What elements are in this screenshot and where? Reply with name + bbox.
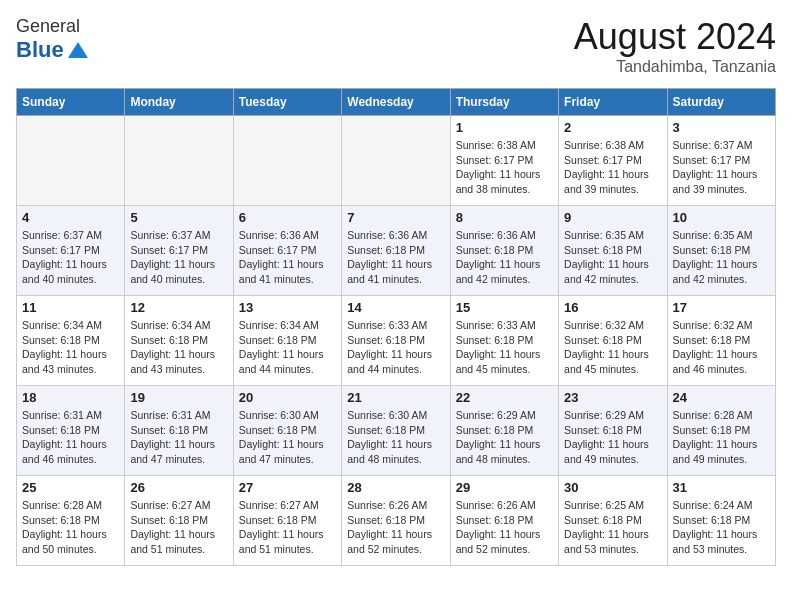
day-info: Sunrise: 6:29 AMSunset: 6:18 PMDaylight:… <box>456 408 553 467</box>
weekday-header-monday: Monday <box>125 89 233 116</box>
day-info: Sunrise: 6:30 AMSunset: 6:18 PMDaylight:… <box>239 408 336 467</box>
day-number: 19 <box>130 390 227 405</box>
calendar-cell: 25Sunrise: 6:28 AMSunset: 6:18 PMDayligh… <box>17 476 125 566</box>
weekday-header-sunday: Sunday <box>17 89 125 116</box>
calendar-cell: 29Sunrise: 6:26 AMSunset: 6:18 PMDayligh… <box>450 476 558 566</box>
calendar-cell: 3Sunrise: 6:37 AMSunset: 6:17 PMDaylight… <box>667 116 775 206</box>
day-number: 22 <box>456 390 553 405</box>
calendar-header-row: SundayMondayTuesdayWednesdayThursdayFrid… <box>17 89 776 116</box>
calendar-cell <box>125 116 233 206</box>
day-number: 29 <box>456 480 553 495</box>
calendar-week-row: 11Sunrise: 6:34 AMSunset: 6:18 PMDayligh… <box>17 296 776 386</box>
calendar-cell: 2Sunrise: 6:38 AMSunset: 6:17 PMDaylight… <box>559 116 667 206</box>
calendar-cell: 26Sunrise: 6:27 AMSunset: 6:18 PMDayligh… <box>125 476 233 566</box>
day-info: Sunrise: 6:31 AMSunset: 6:18 PMDaylight:… <box>130 408 227 467</box>
calendar-cell <box>342 116 450 206</box>
calendar-cell: 14Sunrise: 6:33 AMSunset: 6:18 PMDayligh… <box>342 296 450 386</box>
day-info: Sunrise: 6:27 AMSunset: 6:18 PMDaylight:… <box>130 498 227 557</box>
day-number: 13 <box>239 300 336 315</box>
calendar-cell: 18Sunrise: 6:31 AMSunset: 6:18 PMDayligh… <box>17 386 125 476</box>
day-number: 3 <box>673 120 770 135</box>
calendar-cell: 16Sunrise: 6:32 AMSunset: 6:18 PMDayligh… <box>559 296 667 386</box>
weekday-header-saturday: Saturday <box>667 89 775 116</box>
day-info: Sunrise: 6:34 AMSunset: 6:18 PMDaylight:… <box>130 318 227 377</box>
calendar-week-row: 18Sunrise: 6:31 AMSunset: 6:18 PMDayligh… <box>17 386 776 476</box>
day-info: Sunrise: 6:31 AMSunset: 6:18 PMDaylight:… <box>22 408 119 467</box>
day-number: 4 <box>22 210 119 225</box>
calendar-cell: 27Sunrise: 6:27 AMSunset: 6:18 PMDayligh… <box>233 476 341 566</box>
calendar-cell: 8Sunrise: 6:36 AMSunset: 6:18 PMDaylight… <box>450 206 558 296</box>
day-info: Sunrise: 6:37 AMSunset: 6:17 PMDaylight:… <box>22 228 119 287</box>
day-info: Sunrise: 6:36 AMSunset: 6:18 PMDaylight:… <box>456 228 553 287</box>
weekday-header-friday: Friday <box>559 89 667 116</box>
day-info: Sunrise: 6:32 AMSunset: 6:18 PMDaylight:… <box>564 318 661 377</box>
day-number: 28 <box>347 480 444 495</box>
calendar-week-row: 1Sunrise: 6:38 AMSunset: 6:17 PMDaylight… <box>17 116 776 206</box>
calendar-cell: 9Sunrise: 6:35 AMSunset: 6:18 PMDaylight… <box>559 206 667 296</box>
day-info: Sunrise: 6:35 AMSunset: 6:18 PMDaylight:… <box>673 228 770 287</box>
calendar-cell: 6Sunrise: 6:36 AMSunset: 6:17 PMDaylight… <box>233 206 341 296</box>
day-info: Sunrise: 6:38 AMSunset: 6:17 PMDaylight:… <box>564 138 661 197</box>
day-number: 27 <box>239 480 336 495</box>
logo: General Blue <box>16 16 88 63</box>
calendar-table: SundayMondayTuesdayWednesdayThursdayFrid… <box>16 88 776 566</box>
calendar-cell: 5Sunrise: 6:37 AMSunset: 6:17 PMDaylight… <box>125 206 233 296</box>
day-number: 17 <box>673 300 770 315</box>
calendar-cell: 19Sunrise: 6:31 AMSunset: 6:18 PMDayligh… <box>125 386 233 476</box>
day-number: 11 <box>22 300 119 315</box>
calendar-cell: 20Sunrise: 6:30 AMSunset: 6:18 PMDayligh… <box>233 386 341 476</box>
location-subtitle: Tandahimba, Tanzania <box>574 58 776 76</box>
calendar-cell: 30Sunrise: 6:25 AMSunset: 6:18 PMDayligh… <box>559 476 667 566</box>
calendar-week-row: 4Sunrise: 6:37 AMSunset: 6:17 PMDaylight… <box>17 206 776 296</box>
calendar-cell: 13Sunrise: 6:34 AMSunset: 6:18 PMDayligh… <box>233 296 341 386</box>
day-number: 5 <box>130 210 227 225</box>
day-number: 20 <box>239 390 336 405</box>
day-number: 14 <box>347 300 444 315</box>
logo-general-text: General <box>16 16 80 37</box>
day-info: Sunrise: 6:38 AMSunset: 6:17 PMDaylight:… <box>456 138 553 197</box>
day-info: Sunrise: 6:25 AMSunset: 6:18 PMDaylight:… <box>564 498 661 557</box>
calendar-cell: 17Sunrise: 6:32 AMSunset: 6:18 PMDayligh… <box>667 296 775 386</box>
page-header: General Blue August 2024 Tandahimba, Tan… <box>16 16 776 76</box>
day-number: 8 <box>456 210 553 225</box>
day-number: 15 <box>456 300 553 315</box>
day-info: Sunrise: 6:37 AMSunset: 6:17 PMDaylight:… <box>673 138 770 197</box>
day-info: Sunrise: 6:29 AMSunset: 6:18 PMDaylight:… <box>564 408 661 467</box>
day-info: Sunrise: 6:36 AMSunset: 6:18 PMDaylight:… <box>347 228 444 287</box>
weekday-header-thursday: Thursday <box>450 89 558 116</box>
day-info: Sunrise: 6:35 AMSunset: 6:18 PMDaylight:… <box>564 228 661 287</box>
day-info: Sunrise: 6:33 AMSunset: 6:18 PMDaylight:… <box>347 318 444 377</box>
day-info: Sunrise: 6:33 AMSunset: 6:18 PMDaylight:… <box>456 318 553 377</box>
logo-blue-text: Blue <box>16 37 88 63</box>
logo-triangle-icon <box>68 42 88 58</box>
day-number: 18 <box>22 390 119 405</box>
calendar-cell: 15Sunrise: 6:33 AMSunset: 6:18 PMDayligh… <box>450 296 558 386</box>
calendar-cell: 10Sunrise: 6:35 AMSunset: 6:18 PMDayligh… <box>667 206 775 296</box>
day-info: Sunrise: 6:36 AMSunset: 6:17 PMDaylight:… <box>239 228 336 287</box>
day-number: 12 <box>130 300 227 315</box>
day-info: Sunrise: 6:27 AMSunset: 6:18 PMDaylight:… <box>239 498 336 557</box>
day-number: 25 <box>22 480 119 495</box>
calendar-cell: 1Sunrise: 6:38 AMSunset: 6:17 PMDaylight… <box>450 116 558 206</box>
day-number: 30 <box>564 480 661 495</box>
weekday-header-wednesday: Wednesday <box>342 89 450 116</box>
day-number: 9 <box>564 210 661 225</box>
day-info: Sunrise: 6:26 AMSunset: 6:18 PMDaylight:… <box>456 498 553 557</box>
day-number: 31 <box>673 480 770 495</box>
calendar-cell: 24Sunrise: 6:28 AMSunset: 6:18 PMDayligh… <box>667 386 775 476</box>
calendar-cell: 7Sunrise: 6:36 AMSunset: 6:18 PMDaylight… <box>342 206 450 296</box>
day-info: Sunrise: 6:34 AMSunset: 6:18 PMDaylight:… <box>22 318 119 377</box>
month-year-title: August 2024 <box>574 16 776 58</box>
day-number: 10 <box>673 210 770 225</box>
calendar-cell: 28Sunrise: 6:26 AMSunset: 6:18 PMDayligh… <box>342 476 450 566</box>
calendar-cell: 23Sunrise: 6:29 AMSunset: 6:18 PMDayligh… <box>559 386 667 476</box>
day-number: 21 <box>347 390 444 405</box>
calendar-week-row: 25Sunrise: 6:28 AMSunset: 6:18 PMDayligh… <box>17 476 776 566</box>
day-number: 26 <box>130 480 227 495</box>
calendar-cell <box>233 116 341 206</box>
day-info: Sunrise: 6:24 AMSunset: 6:18 PMDaylight:… <box>673 498 770 557</box>
day-number: 16 <box>564 300 661 315</box>
calendar-cell: 4Sunrise: 6:37 AMSunset: 6:17 PMDaylight… <box>17 206 125 296</box>
calendar-cell: 22Sunrise: 6:29 AMSunset: 6:18 PMDayligh… <box>450 386 558 476</box>
calendar-cell: 31Sunrise: 6:24 AMSunset: 6:18 PMDayligh… <box>667 476 775 566</box>
